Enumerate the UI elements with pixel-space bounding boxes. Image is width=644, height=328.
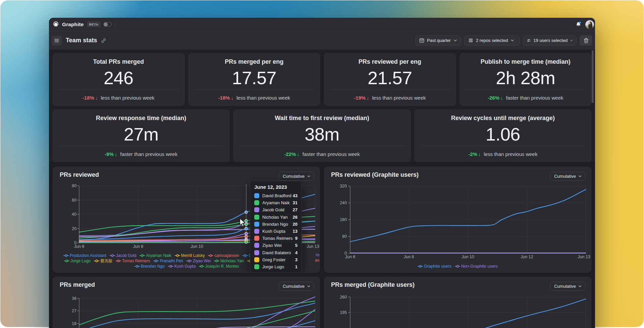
svg-text:Jun 6: Jun 6: [74, 244, 85, 249]
svg-text:40: 40: [72, 212, 76, 217]
svg-text:195: 195: [340, 310, 347, 315]
svg-text:240: 240: [340, 201, 347, 205]
svg-text:80: 80: [72, 183, 76, 188]
svg-text:60: 60: [72, 198, 76, 203]
svg-text:Jun 12: Jun 12: [521, 255, 533, 259]
svg-text:160: 160: [340, 217, 347, 222]
svg-text:Jun 13: Jun 13: [578, 255, 590, 259]
svg-text:Jun 10: Jun 10: [462, 255, 474, 259]
svg-text:Jun 8: Jun 8: [404, 255, 414, 259]
svg-text:260: 260: [340, 295, 347, 299]
svg-text:Jun 8: Jun 8: [133, 244, 144, 249]
svg-text:80: 80: [342, 234, 347, 239]
svg-text:27: 27: [72, 309, 76, 313]
svg-text:Jun 10: Jun 10: [191, 244, 203, 249]
svg-text:320: 320: [340, 184, 347, 188]
svg-text:18: 18: [72, 321, 76, 326]
svg-text:Jun 13: Jun 13: [307, 244, 319, 249]
svg-text:20: 20: [72, 226, 76, 231]
svg-text:Jun 6: Jun 6: [345, 255, 356, 259]
svg-text:36: 36: [72, 296, 76, 301]
